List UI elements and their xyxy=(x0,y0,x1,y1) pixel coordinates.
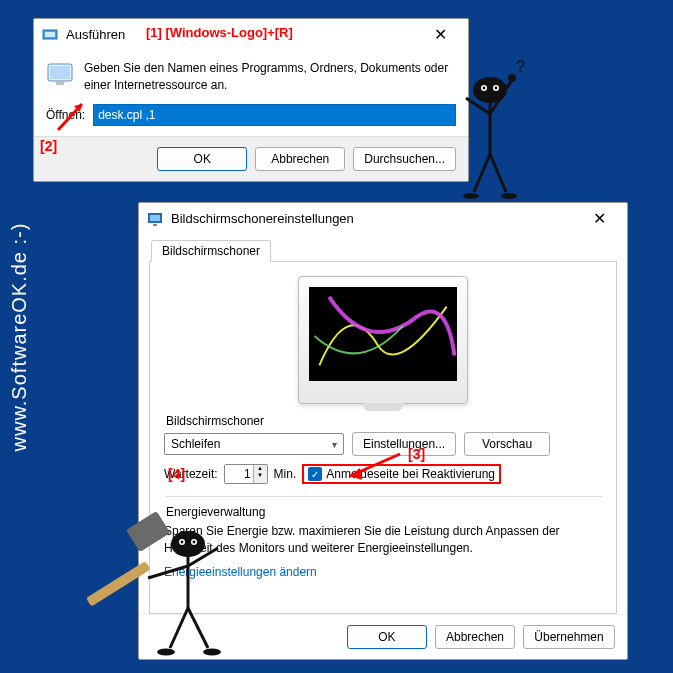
run-app-icon xyxy=(42,27,58,43)
preview-button[interactable]: Vorschau xyxy=(464,432,550,456)
monitor-preview xyxy=(298,276,468,404)
annotation-4: [4] xyxy=(168,466,185,482)
svg-point-7 xyxy=(493,85,499,91)
energy-label: Energieverwaltung xyxy=(166,496,602,519)
ss-button-row: OK Abbrechen Übernehmen xyxy=(139,614,627,659)
svg-rect-15 xyxy=(150,215,160,221)
tab-screensaver[interactable]: Bildschirmschoner xyxy=(151,240,271,262)
open-input[interactable] xyxy=(93,104,456,126)
ss-title: Bildschirmschonereinstellungen xyxy=(171,211,579,226)
combo-value: Schleifen xyxy=(171,437,220,451)
ss-pane: Bildschirmschoner Schleifen ▾ Einstellun… xyxy=(149,261,617,614)
checkbox-checked-icon[interactable]: ✓ xyxy=(308,467,322,481)
browse-button[interactable]: Durchsuchen... xyxy=(353,147,456,171)
screensaver-combo[interactable]: Schleifen ▾ xyxy=(164,433,344,455)
spinner-up-icon[interactable]: ▲ xyxy=(254,465,267,472)
svg-point-12 xyxy=(501,193,517,199)
annotation-2: [2] xyxy=(40,138,57,154)
cancel-button[interactable]: Abbrechen xyxy=(255,147,345,171)
group-screensaver-label: Bildschirmschoner xyxy=(166,414,602,428)
monitor-stand xyxy=(363,403,403,411)
energy-group: Energieverwaltung Sparen Sie Energie bzw… xyxy=(164,496,602,579)
ss-tab-area: Bildschirmschoner Bildschirmsch xyxy=(149,240,617,614)
svg-point-11 xyxy=(463,193,479,199)
ok-button[interactable]: OK xyxy=(157,147,247,171)
cancel-button[interactable]: Abbrechen xyxy=(435,625,515,649)
annotation-1: [1] [Windows-Logo]+[R] xyxy=(146,25,293,40)
arrow-3 xyxy=(340,450,410,486)
svg-point-5 xyxy=(473,77,507,103)
wait-spinner[interactable]: ▲ ▼ xyxy=(224,464,268,484)
monitor-preview-wrap xyxy=(164,276,602,404)
svg-text:?: ? xyxy=(516,58,525,75)
watermark-text: www.SoftwareOK.de :-) xyxy=(8,222,31,451)
run-program-icon xyxy=(46,60,74,88)
run-body: Geben Sie den Namen eines Programms, Ord… xyxy=(34,50,468,100)
svg-point-9 xyxy=(495,87,498,90)
run-input-row: Öffnen: xyxy=(34,100,468,136)
energy-description: Sparen Sie Energie bzw. maximieren Sie d… xyxy=(164,523,602,557)
svg-point-8 xyxy=(483,87,486,90)
monitor-icon xyxy=(147,211,163,227)
spinner-down-icon[interactable]: ▼ xyxy=(254,472,267,479)
apply-button[interactable]: Übernehmen xyxy=(523,625,615,649)
spinner-arrows[interactable]: ▲ ▼ xyxy=(253,465,267,483)
annotation-3: [3] xyxy=(408,446,425,462)
svg-point-6 xyxy=(481,85,487,91)
ok-button[interactable]: OK xyxy=(347,625,427,649)
svg-point-10 xyxy=(508,74,516,82)
svg-rect-3 xyxy=(50,66,70,79)
wait-value-input[interactable] xyxy=(225,465,253,483)
open-label: Öffnen: xyxy=(46,108,85,122)
screensaver-dialog: Bildschirmschonereinstellungen ✕ Bildsch… xyxy=(138,202,628,660)
svg-rect-16 xyxy=(153,224,157,226)
close-icon[interactable]: ✕ xyxy=(579,209,619,228)
run-description: Geben Sie den Namen eines Programms, Ord… xyxy=(84,60,456,94)
svg-rect-4 xyxy=(56,82,64,85)
wait-unit: Min. xyxy=(274,467,297,481)
monitor-screen xyxy=(309,287,457,381)
close-icon[interactable]: ✕ xyxy=(420,25,460,44)
ss-titlebar: Bildschirmschonereinstellungen ✕ xyxy=(139,203,627,234)
chevron-down-icon: ▾ xyxy=(332,439,337,450)
run-dialog: Ausführen ✕ [1] [Windows-Logo]+[R] Geben… xyxy=(33,18,469,182)
svg-rect-1 xyxy=(45,32,55,37)
run-button-row: OK Abbrechen Durchsuchen... xyxy=(34,136,468,181)
energy-settings-link[interactable]: Energieeinstellungen ändern xyxy=(164,565,317,579)
